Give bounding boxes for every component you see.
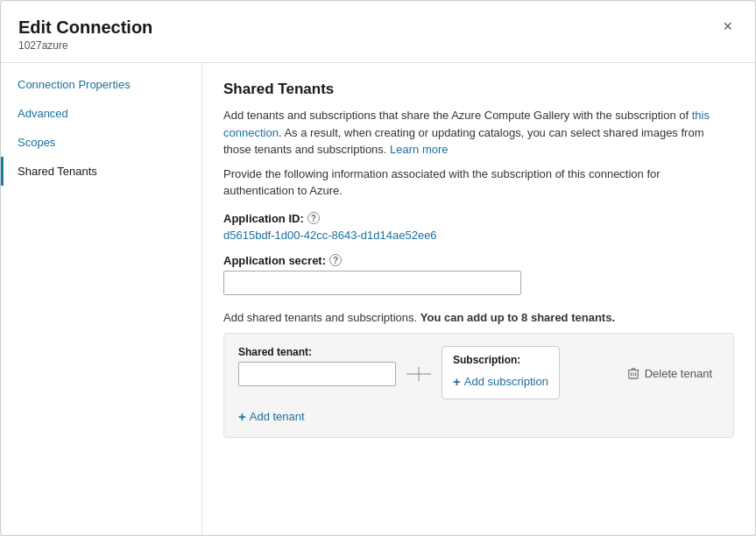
application-secret-label: Application secret: ? bbox=[223, 254, 734, 267]
sidebar-item-advanced[interactable]: Advanced bbox=[1, 99, 201, 128]
this-connection-link[interactable]: this connection bbox=[223, 109, 710, 139]
section-title: Shared Tenants bbox=[223, 81, 734, 98]
modal-title: Edit Connection bbox=[18, 17, 152, 38]
application-secret-input[interactable] bbox=[223, 271, 521, 295]
add-tenants-info: Add shared tenants and subscriptions. Yo… bbox=[223, 311, 734, 324]
subscription-section: Subscription: + Add subscription bbox=[442, 346, 560, 399]
application-secret-field-group: Application secret: ? bbox=[223, 254, 734, 295]
shared-tenant-label: Shared tenant: bbox=[238, 346, 396, 358]
application-id-label: Application ID: ? bbox=[223, 212, 734, 225]
shared-tenant-section: Shared tenant: bbox=[238, 346, 396, 386]
add-tenant-button[interactable]: + Add tenant bbox=[238, 405, 305, 423]
modal-body: Connection Properties Advanced Scopes Sh… bbox=[1, 63, 755, 535]
add-subscription-button[interactable]: + Add subscription bbox=[453, 371, 548, 391]
add-subscription-plus-icon: + bbox=[453, 375, 461, 388]
connector-icon bbox=[406, 365, 431, 383]
application-id-field-group: Application ID: ? d5615bdf-1d00-42cc-864… bbox=[223, 212, 734, 242]
connector bbox=[406, 365, 431, 383]
shared-tenant-input[interactable] bbox=[238, 362, 396, 386]
edit-connection-modal: Edit Connection 1027azure × Connection P… bbox=[0, 0, 756, 536]
modal-subtitle: 1027azure bbox=[18, 39, 152, 52]
trash-icon bbox=[627, 367, 639, 379]
application-secret-help-icon[interactable]: ? bbox=[329, 254, 342, 266]
main-content: Shared Tenants Add tenants and subscript… bbox=[202, 63, 755, 535]
modal-header: Edit Connection 1027azure × bbox=[1, 1, 755, 63]
sidebar-item-connection-properties[interactable]: Connection Properties bbox=[1, 70, 201, 99]
tenant-subscription-area: Shared tenant: Subscription: bbox=[223, 333, 734, 438]
learn-more-link[interactable]: Learn more bbox=[390, 143, 448, 156]
sidebar-item-scopes[interactable]: Scopes bbox=[1, 128, 201, 157]
application-id-help-icon[interactable]: ? bbox=[307, 212, 320, 224]
application-id-value: d5615bdf-1d00-42cc-8643-d1d14ae52ee6 bbox=[223, 229, 734, 242]
description-text-2: Provide the following information associ… bbox=[223, 166, 734, 200]
close-button[interactable]: × bbox=[717, 17, 738, 36]
add-tenant-plus-icon: + bbox=[238, 410, 246, 423]
subscription-label: Subscription: bbox=[453, 354, 548, 366]
sidebar: Connection Properties Advanced Scopes Sh… bbox=[1, 63, 202, 535]
tenant-row: Shared tenant: Subscription: bbox=[238, 346, 719, 399]
delete-tenant-button[interactable]: Delete tenant bbox=[620, 363, 719, 384]
description-text: Add tenants and subscriptions that share… bbox=[223, 107, 734, 159]
header-text: Edit Connection 1027azure bbox=[18, 17, 152, 52]
sidebar-item-shared-tenants[interactable]: Shared Tenants bbox=[1, 157, 201, 186]
